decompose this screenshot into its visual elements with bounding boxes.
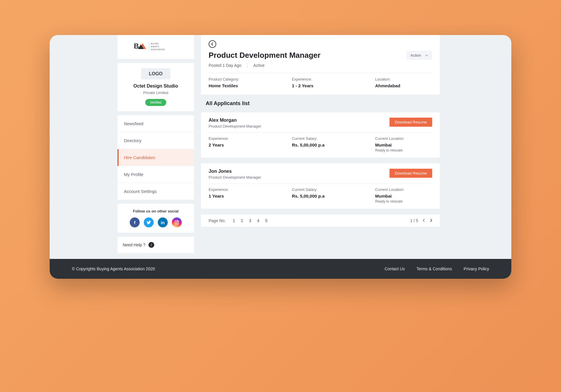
back-button[interactable] [209,40,216,48]
twitter-icon[interactable] [144,217,154,227]
page-current: 1 / 5 [410,218,418,223]
social-icons: f in [122,217,190,227]
footer: © Copyrights Buying Agents Association 2… [50,259,511,279]
brand-logo-icon: B BUYING AGENTS ASSOCIATION [134,41,178,52]
footer-privacy-link[interactable]: Privacy Policy [464,266,489,271]
company-name: Octet Design Studio [122,83,190,89]
applicant-card: Alex Morgan Product Development Manager … [201,112,440,158]
page-2[interactable]: 2 [241,218,243,223]
applicant-loc-note: Ready to relocate [375,199,432,203]
brand-text-1: BUYING [151,43,159,45]
applicant-salary-label: Current Salary: [292,187,349,192]
applicant-exp-label: Experience: [209,136,266,141]
applicant-card: Jon Jones Product Development Manager Do… [201,163,440,209]
action-dropdown[interactable]: Action [406,51,432,60]
job-title: Product Development Manager [209,51,321,60]
chevron-down-icon [425,55,428,56]
applicants-section-title: All Applicants list [201,100,440,107]
applicant-loc-label: Current Location: [375,136,432,141]
job-status: Active [253,63,264,68]
main-content: Product Development Manager Action Poste… [194,35,511,253]
brand-text-2: AGENTS [151,46,159,48]
applicant-role: Product Development Manager [209,124,261,128]
sidebar-item-my-profile[interactable]: My Profile [117,166,194,183]
chevron-left-icon [211,42,214,46]
svg-point-6 [178,221,178,222]
info-icon[interactable]: i [148,242,154,248]
social-card: Follow us on other social f in [117,204,194,233]
pagination: Page No. 1 2 3 4 5 1 / 5 [201,215,440,227]
job-header-card: Product Development Manager Action Poste… [201,35,440,95]
footer-links: Contact Us Terms & Conditions Privacy Po… [385,266,489,271]
page-no-label: Page No. [209,218,226,223]
instagram-icon[interactable] [172,217,182,227]
app-body: B BUYING AGENTS ASSOCIATION LOGO Octet D… [50,35,511,259]
applicant-role: Product Development Manager [209,175,261,180]
app-window: B BUYING AGENTS ASSOCIATION LOGO Octet D… [50,35,511,279]
meta-divider [247,63,247,68]
svg-point-5 [176,222,177,223]
action-label: Action [411,53,421,58]
footer-terms-link[interactable]: Terms & Conditions [416,266,452,271]
applicant-salary-label: Current Salary: [292,136,349,141]
facebook-icon[interactable]: f [130,217,140,227]
location-value: Ahmedabad [375,83,432,88]
applicant-name: Jon Jones [209,169,261,174]
chevron-right-icon [430,219,432,222]
job-details: Product Category: Home Textiles Experien… [209,73,432,88]
verified-badge: Verified [145,99,166,106]
applicant-loc-value: Mumbai [375,194,432,198]
brand-logo-card: B BUYING AGENTS ASSOCIATION [117,35,194,59]
sidebar-nav: Newsfeed Directory Hire Candidates My Pr… [117,115,194,200]
page-next-button[interactable] [430,218,432,223]
sidebar-item-newsfeed[interactable]: Newsfeed [117,115,194,132]
sidebar-item-directory[interactable]: Directory [117,132,194,149]
applicant-salary-value: Rs. 5,00,000 p.a [292,142,349,147]
page-3[interactable]: 3 [249,218,251,223]
applicant-exp-label: Experience: [209,187,266,192]
help-card: Need Help ? i [117,237,194,253]
sidebar: B BUYING AGENTS ASSOCIATION LOGO Octet D… [117,35,194,253]
applicant-salary-value: Rs. 5,00,000 p.a [292,194,349,198]
company-logo-placeholder: LOGO [141,68,170,79]
download-resume-button[interactable]: Download Resume [389,118,432,127]
company-card: LOGO Octet Design Studio Private Limited… [117,63,194,111]
linkedin-icon[interactable]: in [158,217,168,227]
help-label: Need Help ? [123,243,146,247]
category-label: Product Category: [209,77,266,81]
applicant-loc-label: Current Location: [375,187,432,192]
location-label: Location: [375,77,432,81]
experience-value: 1 - 2 Years [292,83,349,88]
applicant-exp-value: 2 Years [209,142,266,147]
experience-label: Experience: [292,77,349,81]
chevron-left-icon [423,219,425,222]
page-prev-button[interactable] [423,218,425,223]
page-5[interactable]: 5 [265,218,268,223]
applicant-loc-note: Ready to relocate [375,148,432,152]
sidebar-item-hire-candidates[interactable]: Hire Candidates [117,149,194,166]
company-type: Private Limited [122,90,190,95]
applicant-loc-value: Mumbai [375,142,432,147]
footer-contact-link[interactable]: Contact Us [385,266,405,271]
sidebar-item-account-settings[interactable]: Account Settings [117,183,194,200]
page-1[interactable]: 1 [233,218,235,223]
brand-text-3: ASSOCIATION [151,48,165,50]
applicant-name: Alex Morgan [209,118,261,123]
page-4[interactable]: 4 [257,218,259,223]
social-title: Follow us on other social [122,209,190,213]
posted-time: Posted 1 Day Ago [209,63,241,68]
download-resume-button[interactable]: Download Resume [389,169,432,178]
footer-copyright: © Copyrights Buying Agents Association 2… [72,266,155,271]
category-value: Home Textiles [209,83,266,88]
job-meta: Posted 1 Day Ago Active [209,63,432,68]
applicant-exp-value: 1 Years [209,194,266,198]
